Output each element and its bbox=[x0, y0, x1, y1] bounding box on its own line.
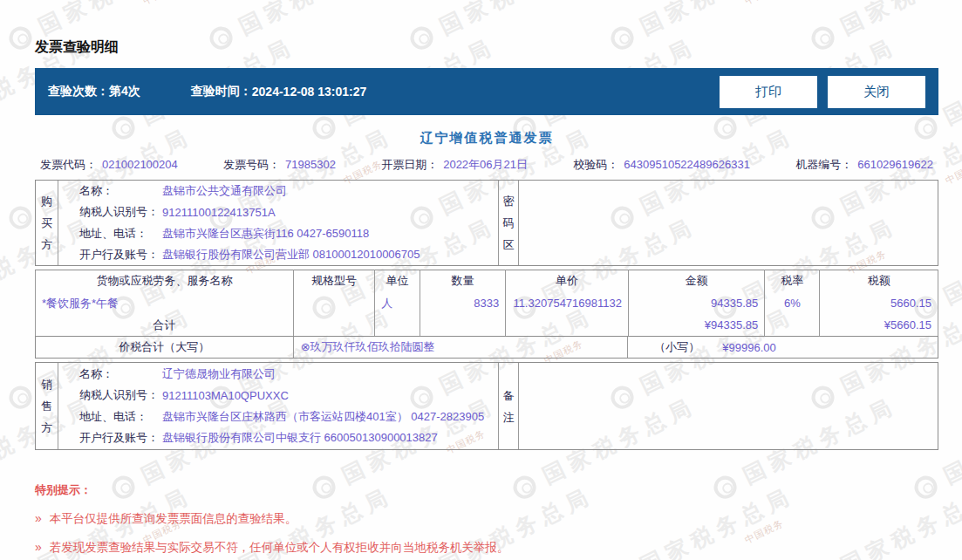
item-amount: 94335.85 bbox=[628, 292, 764, 315]
buyer-name-row: 名称： 盘锦市公共交通有限公司 bbox=[79, 181, 498, 201]
grand-total-label: 价税合计（大写） bbox=[36, 337, 294, 358]
print-button[interactable]: 打印 bbox=[720, 76, 817, 108]
machine-number: 机器编号：661029619622 bbox=[795, 157, 933, 173]
buyer-bank-value: 盘锦银行股份有限公司营业部 08100012010006705 bbox=[162, 247, 420, 263]
seller-section: 销售方 名称： 辽宁德晟物业有限公司 纳税人识别号： 91211103MA10Q… bbox=[35, 362, 938, 450]
seller-details: 名称： 辽宁德晟物业有限公司 纳税人识别号： 91211103MA10QPUXX… bbox=[58, 363, 499, 449]
notice-marker: » bbox=[35, 540, 42, 554]
invoice-check-page: 发票查验明细 查验次数： 第4次 查验时间： 2024-12-08 13:01:… bbox=[35, 0, 938, 556]
invoice-date-value: 2022年06月21日 bbox=[443, 158, 528, 171]
machine-number-label: 机器编号： bbox=[795, 158, 852, 171]
seller-bank-value: 盘锦银行股份有限公司中银支行 660050130900013827 bbox=[162, 430, 438, 446]
col-header-spec: 规格型号 bbox=[294, 270, 375, 292]
check-code-value: 64309510522489626331 bbox=[624, 158, 750, 171]
items-header-row: 货物或应税劳务、服务名称 规格型号 单位 数量 单价 金额 税率 税额 bbox=[36, 270, 938, 292]
subtotal-amount: ¥94335.85 bbox=[628, 315, 764, 337]
subtotal-taxrate-empty bbox=[765, 315, 820, 337]
buyer-address-label: 地址、电话： bbox=[79, 226, 162, 242]
buyer-address-value: 盘锦市兴隆台区惠宾街116 0427-6590118 bbox=[162, 226, 369, 242]
buyer-side-label: 购买方 bbox=[36, 181, 58, 265]
remark-label: 备注 bbox=[499, 363, 519, 449]
item-qty: 8333 bbox=[420, 292, 505, 315]
notice-text: 若发现发票查验结果与实际交易不符，任何单位或个人有权拒收并向当地税务机关举报。 bbox=[50, 540, 509, 556]
invoice-number-value: 71985302 bbox=[285, 158, 336, 171]
password-area-value bbox=[519, 181, 938, 265]
check-code-label: 校验码： bbox=[573, 158, 618, 171]
buyer-section: 购买方 名称： 盘锦市公共交通有限公司 纳税人识别号： 912111001224… bbox=[35, 180, 938, 266]
tax-emblem-icon bbox=[5, 382, 36, 413]
seller-name-value: 辽宁德晟物业有限公司 bbox=[162, 366, 276, 382]
invoice-code-label: 发票代码： bbox=[40, 158, 97, 171]
buyer-bank-label: 开户行及账号： bbox=[79, 247, 162, 263]
invoice-code: 发票代码：021002100204 bbox=[40, 157, 178, 173]
invoice-title: 辽宁增值税普通发票 bbox=[35, 130, 938, 147]
buyer-taxid-value: 91211100122413751A bbox=[162, 206, 276, 219]
subtotal-row: 合计 ¥94335.85 ¥5660.15 bbox=[36, 315, 938, 337]
check-time-label: 查验时间： bbox=[191, 84, 252, 99]
col-header-unit: 单位 bbox=[375, 270, 420, 292]
grand-total-small: （小写） ¥99996.00 bbox=[628, 337, 938, 358]
subtotal-qty-empty bbox=[420, 315, 505, 337]
invoice-code-value: 021002100204 bbox=[102, 158, 178, 171]
buyer-taxid-label: 纳税人识别号： bbox=[79, 204, 162, 220]
items-table: 货物或应税劳务、服务名称 规格型号 单位 数量 单价 金额 税率 税额 *餐饮服… bbox=[35, 270, 938, 337]
footer-notices: 特别提示： » 本平台仅提供所查询发票票面信息的查验结果。 » 若发现发票查验结… bbox=[35, 482, 938, 556]
seller-taxid-row: 纳税人识别号： 91211103MA10QPUXXC bbox=[79, 385, 498, 406]
invoice-date: 开票日期：2022年06月21日 bbox=[381, 157, 528, 173]
subtotal-tax: ¥5660.15 bbox=[820, 315, 938, 337]
grand-total-small-label: （小写） bbox=[654, 339, 699, 355]
item-row: *餐饮服务*午餐 人 8333 11.320754716981132 94335… bbox=[36, 292, 938, 315]
invoice-number-label: 发票号码： bbox=[223, 158, 280, 171]
notice-text: 本平台仅提供所查询发票票面信息的查验结果。 bbox=[50, 511, 297, 527]
item-taxrate: 6% bbox=[765, 292, 820, 315]
invoice-date-label: 开票日期： bbox=[381, 158, 438, 171]
page-title: 发票查验明细 bbox=[35, 38, 938, 57]
buyer-name-label: 名称： bbox=[79, 183, 162, 199]
notice-marker: » bbox=[35, 511, 42, 525]
col-header-qty: 数量 bbox=[420, 270, 505, 292]
col-header-amount: 金额 bbox=[628, 270, 764, 292]
close-button[interactable]: 关闭 bbox=[828, 76, 925, 108]
check-count-label: 查验次数： bbox=[48, 84, 109, 99]
notice-line: » 本平台仅提供所查询发票票面信息的查验结果。 bbox=[35, 511, 938, 527]
subtotal-price-empty bbox=[506, 315, 629, 337]
seller-bank-label: 开户行及账号： bbox=[79, 430, 162, 446]
invoice-header-row: 发票代码：021002100204 发票号码：71985302 开票日期：202… bbox=[35, 157, 938, 173]
toolbar: 查验次数： 第4次 查验时间： 2024-12-08 13:01:27 打印 关… bbox=[35, 68, 938, 115]
col-header-name: 货物或应税劳务、服务名称 bbox=[36, 270, 294, 292]
remark-value bbox=[519, 363, 938, 449]
watermark-text: 国家税务总局 bbox=[939, 391, 962, 490]
check-code: 校验码：64309510522489626331 bbox=[573, 157, 750, 173]
watermark-text: 国家税务总局 bbox=[939, 211, 962, 311]
buyer-details: 名称： 盘锦市公共交通有限公司 纳税人识别号： 9121110012241375… bbox=[58, 181, 499, 265]
seller-taxid-label: 纳税人识别号： bbox=[79, 387, 162, 403]
col-header-price: 单价 bbox=[506, 270, 629, 292]
subtotal-label: 合计 bbox=[36, 315, 294, 337]
machine-number-value: 661029619622 bbox=[857, 158, 933, 171]
buyer-bank-row: 开户行及账号： 盘锦银行股份有限公司营业部 08100012010006705 bbox=[79, 244, 498, 265]
check-count: 查验次数： 第4次 bbox=[48, 84, 140, 99]
subtotal-unit-empty bbox=[375, 315, 420, 337]
item-price: 11.320754716981132 bbox=[506, 292, 629, 315]
seller-name-label: 名称： bbox=[79, 366, 162, 382]
seller-address-row: 地址、电话： 盘锦市兴隆台区庄林路西（市客运站四楼401室） 0427-2823… bbox=[79, 406, 498, 428]
item-name: *餐饮服务*午餐 bbox=[36, 292, 294, 315]
invoice-number: 发票号码：71985302 bbox=[223, 157, 336, 173]
notice-line: » 若发现发票查验结果与实际交易不符，任何单位或个人有权拒收并向当地税务机关举报… bbox=[35, 540, 938, 556]
password-area-label: 密码区 bbox=[499, 181, 519, 265]
seller-address-value: 盘锦市兴隆台区庄林路西（市客运站四楼401室） 0427-2823905 bbox=[162, 409, 484, 425]
tax-emblem-icon bbox=[5, 23, 36, 53]
col-header-tax: 税额 bbox=[820, 270, 938, 292]
grand-total-caps: ⊗玖万玖仟玖佰玖拾陆圆整 bbox=[294, 337, 629, 358]
item-unit: 人 bbox=[375, 292, 420, 315]
seller-taxid-value: 91211103MA10QPUXXC bbox=[162, 389, 289, 402]
buyer-taxid-row: 纳税人识别号： 91211100122413751A bbox=[79, 201, 498, 222]
seller-side-label: 销售方 bbox=[36, 363, 58, 449]
seller-bank-row: 开户行及账号： 盘锦银行股份有限公司中银支行 66005013090001382… bbox=[79, 427, 498, 449]
check-time: 查验时间： 2024-12-08 13:01:27 bbox=[191, 84, 367, 99]
grand-total-small-value: ¥99996.00 bbox=[722, 341, 775, 354]
seller-address-label: 地址、电话： bbox=[79, 409, 162, 425]
tax-emblem-icon bbox=[5, 202, 36, 233]
seller-name-row: 名称： 辽宁德晟物业有限公司 bbox=[79, 363, 498, 385]
buyer-address-row: 地址、电话： 盘锦市兴隆台区惠宾街116 0427-6590118 bbox=[79, 223, 498, 244]
